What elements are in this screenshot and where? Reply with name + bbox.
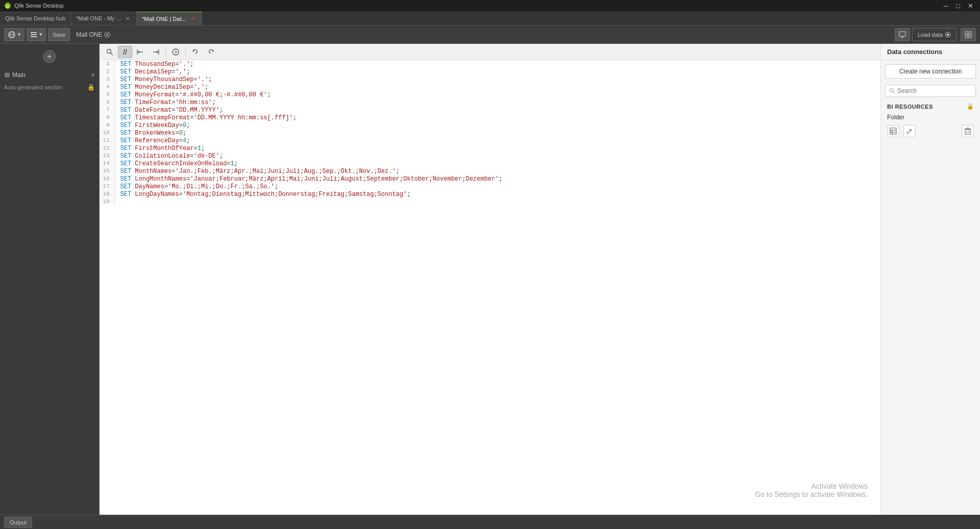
line-code-7: SET DateFormat='DD.MM.YYYY'; <box>115 106 880 114</box>
tab-hub[interactable]: Qlik Sense Desktop hub <box>0 12 71 25</box>
section-menu-icon <box>4 72 10 78</box>
line-number-6: 6 <box>100 98 115 106</box>
undo-button[interactable] <box>188 46 203 58</box>
globe-dropdown-icon: ▾ <box>18 31 21 38</box>
code-line-2: 2SET DecimalSep=','; <box>100 68 880 75</box>
list-button[interactable]: ▾ <box>27 28 46 41</box>
indent-right-button[interactable] <box>149 46 163 58</box>
tab-dat-close[interactable]: ✕ <box>189 15 197 22</box>
tab-bar: Qlik Sense Desktop hub *Mall ONE - My ..… <box>0 11 980 26</box>
close-button[interactable]: ✕ <box>965 0 976 11</box>
folder-table-button[interactable] <box>887 125 899 137</box>
line-number-12: 12 <box>100 144 115 152</box>
editor-area: // ? <box>100 44 880 515</box>
section-name: Main <box>12 71 26 79</box>
line-number-18: 18 <box>100 190 115 198</box>
code-editor[interactable]: 1SET ThousandSep='.';2SET DecimalSep=','… <box>100 60 880 515</box>
line-number-13: 13 <box>100 152 115 160</box>
search-button[interactable] <box>103 46 117 58</box>
code-line-7: 7SET DateFormat='DD.MM.YYYY'; <box>100 106 880 114</box>
line-number-19: 19 <box>100 198 115 205</box>
code-line-1: 1SET ThousandSep='.'; <box>100 60 880 68</box>
line-number-14: 14 <box>100 160 115 167</box>
svg-point-34 <box>890 88 893 91</box>
toolbar-separator-1 <box>165 47 166 57</box>
folder-delete-button[interactable] <box>962 125 974 137</box>
tab-my-close[interactable]: ✕ <box>124 15 131 22</box>
line-number-4: 4 <box>100 83 115 91</box>
tab-dat[interactable]: *Mall ONE | Dat... ✕ <box>137 12 202 25</box>
folder-table-icon <box>890 128 897 135</box>
load-data-button[interactable]: Load data <box>912 28 957 41</box>
svg-text:?: ? <box>175 50 178 55</box>
globe-button[interactable]: ▾ <box>4 28 24 41</box>
line-code-6: SET TimeFormat='hh:mm:ss'; <box>115 98 880 106</box>
code-line-8: 8SET TimestampFormat='DD.MM.YYYY hh:mm:s… <box>100 114 880 121</box>
search-connection-icon <box>890 88 895 94</box>
tab-my[interactable]: *Mall ONE - My ... ✕ <box>71 12 137 25</box>
line-code-16: SET LongMonthNames='Januar;Februar;März;… <box>115 175 880 183</box>
line-code-17: SET DayNames='Mo.;Di.;Mi.;Do.;Fr.;Sa.;So… <box>115 183 880 190</box>
section-close-icon[interactable]: ✕ <box>90 72 95 79</box>
auto-generated-section: Auto-generated section 🔒 <box>0 81 99 94</box>
search-connection-input[interactable] <box>897 87 971 94</box>
code-line-12: 12SET FirstMonthOfYear=1; <box>100 144 880 152</box>
line-number-16: 16 <box>100 175 115 183</box>
line-number-9: 9 <box>100 121 115 129</box>
redo-button[interactable] <box>204 46 218 58</box>
folder-edit-button[interactable] <box>903 125 916 137</box>
load-data-label: Load data <box>918 32 943 38</box>
svg-rect-6 <box>31 34 37 35</box>
maximize-button[interactable]: □ <box>952 0 964 11</box>
svg-rect-5 <box>31 32 37 33</box>
line-code-1: SET ThousandSep='.'; <box>115 60 880 68</box>
title-bar: Q Qlik Sense Desktop ─ □ ✕ <box>0 0 980 11</box>
lock-icon: 🔒 <box>87 84 95 91</box>
toolbar: ▾ ▾ Save Mall ONE Load data <box>0 26 980 44</box>
code-line-4: 4SET MoneyDecimalSep=','; <box>100 83 880 91</box>
sidebar-add-button[interactable]: + <box>43 50 56 63</box>
data-connections-header: Data connections <box>881 44 980 60</box>
line-code-4: SET MoneyDecimalSep=','; <box>115 83 880 91</box>
line-number-1: 1 <box>100 60 115 68</box>
folder-label: Folder <box>881 112 980 123</box>
bi-resources-lock-icon: 🔒 <box>967 103 974 110</box>
search-connection-container <box>885 85 976 97</box>
minimize-button[interactable]: ─ <box>940 0 951 11</box>
connections-monitor-button[interactable] <box>895 28 910 41</box>
create-connection-button[interactable]: Create new connection <box>885 64 976 79</box>
comment-button[interactable]: // <box>118 46 132 58</box>
code-line-3: 3SET MoneyThousandSep='.'; <box>100 75 880 83</box>
auto-section-label: Auto-generated section <box>4 84 62 90</box>
output-button[interactable]: Output <box>4 517 32 528</box>
sidebar-section-header: Main ✕ <box>0 69 99 81</box>
globe-icon <box>8 31 16 39</box>
code-line-11: 11SET ReferenceDay=4; <box>100 137 880 144</box>
save-button[interactable]: Save <box>48 28 70 41</box>
line-code-13: SET CollationLocale='de-DE'; <box>115 152 880 160</box>
line-code-14: SET CreateSearchIndexOnReload=1; <box>115 160 880 167</box>
line-number-8: 8 <box>100 114 115 121</box>
title-bar-left: Q Qlik Sense Desktop <box>4 2 64 9</box>
code-line-13: 13SET CollationLocale='de-DE'; <box>100 152 880 160</box>
qlik-logo-icon: Q <box>4 2 11 9</box>
folder-icons <box>881 123 980 139</box>
line-code-3: SET MoneyThousandSep='.'; <box>115 75 880 83</box>
line-number-17: 17 <box>100 183 115 190</box>
preview-button[interactable] <box>961 28 976 41</box>
line-number-5: 5 <box>100 91 115 98</box>
svg-marker-28 <box>157 51 158 54</box>
help-button[interactable]: ? <box>168 46 183 58</box>
code-line-19: 19 <box>100 198 880 205</box>
svg-point-22 <box>107 49 111 53</box>
code-line-9: 9SET FirstWeekDay=0; <box>100 121 880 129</box>
line-code-10: SET BrokenWeeks=0; <box>115 129 880 137</box>
title-bar-text: Qlik Sense Desktop <box>14 3 64 9</box>
line-number-15: 15 <box>100 167 115 175</box>
bi-resources-header: BI RESOURCES 🔒 <box>881 99 980 112</box>
folder-delete-icon <box>964 128 971 135</box>
app-name-label: Mall ONE <box>76 31 110 38</box>
title-bar-controls: ─ □ ✕ <box>940 0 976 11</box>
indent-right-icon <box>152 48 159 56</box>
indent-left-button[interactable] <box>133 46 148 58</box>
